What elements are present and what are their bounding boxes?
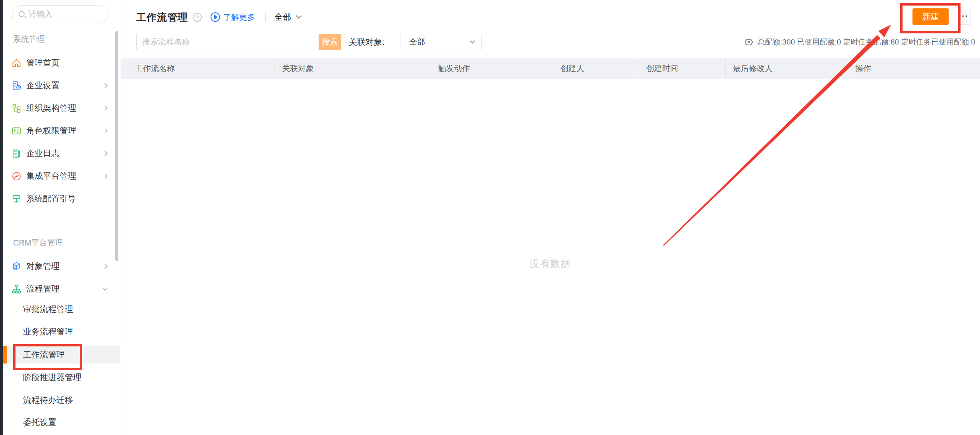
sidebar-subitem-label: 工作流管理 [23, 349, 65, 360]
scope-dropdown[interactable]: 全部 [274, 12, 291, 23]
sidebar: 系统管理 管理首页 企业设置 组织架构管理 [3, 0, 120, 435]
chevron-right-icon [102, 128, 108, 133]
sidebar-item-enterprise-log[interactable]: 企业日志 [3, 145, 120, 162]
sidebar-item-label: 对象管理 [26, 261, 60, 272]
sidebar-item-label: 组织架构管理 [26, 102, 76, 114]
sidebar-subitem-stage-propeller[interactable]: 阶段推进器管理 [3, 369, 120, 386]
column-header-last-modifier: 最后修改人 [726, 58, 843, 79]
home-icon [11, 58, 22, 68]
more-button[interactable]: ·· [960, 9, 971, 25]
sidebar-search[interactable] [12, 5, 108, 23]
sidebar-search-input[interactable] [29, 10, 92, 19]
empty-state-text: 没有数据 [121, 257, 980, 270]
sidebar-subitem-workflow[interactable]: 工作流管理 [3, 346, 120, 363]
section-label-crm: CRM平台管理 [13, 238, 63, 248]
chevron-right-icon [102, 151, 108, 156]
flow-search-input[interactable] [136, 34, 319, 50]
table-header-row: 工作流名称 关联对象 触发动作 创建人 创建时间 最后修改人 操作 [121, 58, 980, 79]
column-header-creator: 创建人 [553, 58, 639, 79]
sidebar-item-enterprise-settings[interactable]: 企业设置 [3, 77, 120, 94]
process-flow-icon [11, 284, 22, 294]
sidebar-item-home[interactable]: 管理首页 [3, 54, 120, 72]
chevron-right-icon [102, 174, 108, 179]
quota-info: 总配额:300 已使用配额:0 定时任务配额:60 定时任务已使用配额:0 [744, 34, 975, 50]
sidebar-item-label: 角色权限管理 [26, 125, 76, 136]
search-icon [19, 11, 25, 17]
chevron-right-icon [102, 264, 108, 269]
app-window: 系统管理 管理首页 企业设置 组织架构管理 [0, 0, 980, 435]
sidebar-subitem-label: 流程待办迁移 [23, 394, 73, 406]
quota-text: 总配额:300 已使用配额:0 定时任务配额:60 定时任务已使用配额:0 [758, 37, 975, 47]
sidebar-subitem-label: 审批流程管理 [23, 304, 73, 315]
sidebar-divider [12, 222, 106, 222]
sidebar-item-object-management[interactable]: 对象管理 [3, 257, 120, 275]
quota-gauge-icon [744, 37, 754, 47]
search-button[interactable]: 搜索 [319, 34, 341, 50]
sidebar-item-system-config-guide[interactable]: 系统配置引导 [3, 190, 120, 207]
header-divider [265, 12, 266, 22]
sidebar-subitem-approval-flow[interactable]: 审批流程管理 [3, 300, 120, 318]
integration-platform-icon [11, 171, 22, 182]
sidebar-subitem-business-flow[interactable]: 业务流程管理 [3, 323, 120, 340]
sidebar-item-process-management[interactable]: 流程管理 [3, 280, 120, 298]
column-header-spacer [843, 58, 848, 79]
sidebar-item-org-structure[interactable]: 组织架构管理 [3, 99, 120, 117]
chevron-down-icon [470, 39, 475, 44]
chevron-down-icon[interactable] [296, 13, 302, 19]
sidebar-item-label: 企业设置 [26, 80, 60, 91]
related-object-value: 全部 [409, 37, 425, 47]
column-header-workflow-name: 工作流名称 [121, 58, 275, 79]
sidebar-item-integration-platform[interactable]: 集成平台管理 [3, 167, 120, 185]
sidebar-item-label: 企业日志 [26, 148, 60, 159]
page-header: 工作流管理 ? 了解更多 全部 [136, 7, 301, 27]
sidebar-subitem-label: 业务流程管理 [23, 326, 73, 337]
sidebar-subitem-label: 阶段推进器管理 [23, 372, 81, 383]
column-header-trigger-action: 触发动作 [431, 58, 553, 79]
sidebar-scrollbar[interactable] [115, 31, 118, 261]
play-icon [211, 12, 220, 22]
help-icon[interactable]: ? [193, 13, 202, 22]
related-object-select[interactable]: 全部 [400, 34, 482, 50]
left-app-strip [0, 0, 3, 435]
chevron-down-icon [102, 286, 108, 291]
main-content: 工作流管理 ? 了解更多 全部 搜索 关联对象: 全部 总配额:300 已使用配… [121, 0, 980, 435]
sidebar-subitem-todo-migration[interactable]: 流程待办迁移 [3, 391, 120, 409]
config-guide-icon [11, 193, 22, 204]
sidebar-item-label: 管理首页 [26, 57, 60, 68]
column-header-create-time: 创建时间 [639, 58, 726, 79]
chevron-right-icon [102, 83, 108, 88]
sidebar-item-label: 系统配置引导 [26, 193, 76, 204]
chevron-right-icon [102, 106, 108, 111]
sidebar-subitem-delegate-settings[interactable]: 委托设置 [3, 414, 120, 431]
new-button[interactable]: 新建 [912, 8, 949, 25]
enterprise-log-icon [11, 148, 22, 159]
sidebar-item-label: 集成平台管理 [26, 170, 76, 182]
column-header-actions: 操作 [848, 58, 980, 79]
page-title: 工作流管理 [136, 11, 188, 24]
enterprise-settings-icon [11, 80, 22, 91]
org-structure-icon [11, 103, 22, 114]
sidebar-item-label: 流程管理 [26, 283, 60, 294]
learn-more-link[interactable]: 了解更多 [211, 12, 255, 23]
sidebar-item-role-permission[interactable]: 角色权限管理 [3, 122, 120, 139]
object-cube-icon [11, 261, 22, 272]
role-permission-icon [11, 126, 22, 136]
related-object-label: 关联对象: [349, 37, 385, 48]
section-label-system: 系统管理 [13, 34, 45, 44]
sidebar-subitem-label: 委托设置 [23, 417, 56, 428]
learn-more-label: 了解更多 [223, 12, 255, 23]
column-header-related-object: 关联对象 [275, 58, 431, 79]
